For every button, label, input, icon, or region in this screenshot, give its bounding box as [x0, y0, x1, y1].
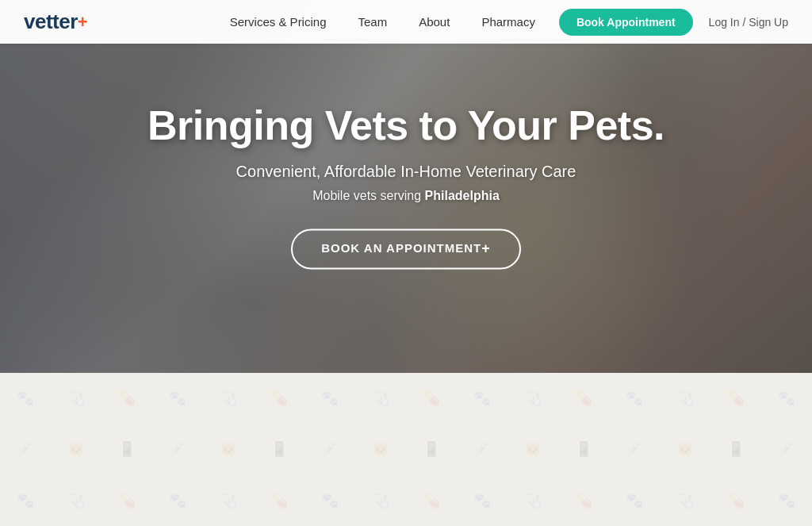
- pattern-icon: 🐾: [169, 390, 186, 407]
- pattern-icon: 🐾: [626, 390, 643, 407]
- pattern-icon: 🩺: [220, 492, 237, 509]
- pattern-icon: 💊: [727, 492, 745, 509]
- pattern-icon: 🐾: [473, 492, 491, 509]
- pattern-icon: 🐾: [321, 390, 339, 407]
- pattern-icon: 🩺: [524, 390, 542, 407]
- nav-link-services[interactable]: Services & Pricing: [230, 15, 327, 29]
- nav-link-about[interactable]: About: [419, 15, 450, 29]
- nav-link-team[interactable]: Team: [358, 15, 387, 29]
- pattern-section: 🐾 🩺 💊 🐾 🩺 💊 🐾 🩺 💊 🐾 🩺 💊 🐾 🩺 💊 🐾 💉 🐱 📱 💉 …: [0, 373, 812, 526]
- pattern-icon: 🐾: [473, 390, 491, 407]
- logo-plus: +: [78, 12, 88, 33]
- pattern-icon: 📱: [423, 440, 440, 458]
- pattern-icon: 💊: [118, 390, 136, 407]
- pattern-icon: 🐾: [169, 492, 186, 509]
- pattern-icon: 🐱: [67, 440, 85, 458]
- pattern-background: 🐾 🩺 💊 🐾 🩺 💊 🐾 🩺 💊 🐾 🩺 💊 🐾 🩺 💊 🐾 💉 🐱 📱 💉 …: [0, 373, 812, 526]
- login-link[interactable]: Log In / Sign Up: [709, 16, 788, 29]
- hero-section: Bringing Vets to Your Pets. Convenient, …: [0, 0, 812, 373]
- pattern-icon: 🩺: [67, 390, 85, 407]
- pattern-icon: 💊: [270, 492, 288, 509]
- pattern-row-2: 💉 🐱 📱 💉 🐱 📱 💉 🐱 📱 💉 🐱 📱 💉 🐱 📱 💉: [0, 424, 812, 474]
- hero-location-city: Philadelphia: [425, 190, 500, 203]
- pattern-icon: 🐱: [676, 440, 694, 458]
- book-appointment-button[interactable]: Book Appointment: [559, 9, 693, 36]
- pattern-row-1: 🐾 🩺 💊 🐾 🩺 💊 🐾 🩺 💊 🐾 🩺 💊 🐾 🩺 💊 🐾: [0, 373, 812, 424]
- logo[interactable]: vetter+: [24, 10, 88, 34]
- pattern-icon: 🐱: [372, 440, 389, 458]
- pattern-icon: 🩺: [524, 492, 542, 509]
- pattern-icon: 🐾: [778, 492, 795, 509]
- nav-link-pharmacy[interactable]: Pharmacy: [481, 15, 535, 29]
- pattern-icon: 💉: [626, 440, 643, 458]
- hero-location-prefix: Mobile vets serving: [312, 190, 424, 203]
- hero-content: Bringing Vets to Your Pets. Convenient, …: [128, 103, 684, 269]
- nav-links: Services & Pricing Team About Pharmacy: [230, 15, 535, 29]
- pattern-icon: 🐾: [626, 492, 643, 509]
- hero-title: Bringing Vets to Your Pets.: [128, 103, 684, 148]
- pattern-icon: 💊: [118, 492, 136, 509]
- pattern-icon: 💉: [321, 440, 339, 458]
- pattern-icon: 📱: [575, 440, 592, 458]
- pattern-icon: 💊: [270, 390, 288, 407]
- pattern-icon: 📱: [727, 440, 745, 458]
- pattern-icon: 💊: [575, 390, 592, 407]
- pattern-icon: 🩺: [676, 390, 694, 407]
- pattern-icon: 🐱: [220, 440, 237, 458]
- pattern-icon: 💊: [423, 390, 440, 407]
- hero-subtitle: Convenient, Affordable In-Home Veterinar…: [128, 163, 684, 182]
- hero-cta-plus: +: [481, 241, 491, 257]
- pattern-icon: 💊: [575, 492, 592, 509]
- pattern-icon: 📱: [118, 440, 136, 458]
- logo-text: vetter: [24, 10, 78, 34]
- pattern-icon: 🐾: [17, 390, 34, 407]
- pattern-icon: 💊: [727, 390, 745, 407]
- pattern-icon: 🐾: [17, 492, 34, 509]
- pattern-icon: 💉: [169, 440, 186, 458]
- pattern-icon: 🐾: [321, 492, 339, 509]
- hero-cta-button[interactable]: BOOK AN APPOINTMENT+: [291, 229, 521, 270]
- hero-location: Mobile vets serving Philadelphia: [128, 190, 684, 204]
- pattern-icon: 🩺: [372, 492, 389, 509]
- pattern-row-3: 🐾 🩺 💊 🐾 🩺 💊 🐾 🩺 💊 🐾 🩺 💊 🐾 🩺 💊 🐾: [0, 475, 812, 526]
- navbar: vetter+ Services & Pricing Team About Ph…: [0, 0, 812, 44]
- pattern-icon: 🩺: [220, 390, 237, 407]
- hero-cta-label: BOOK AN APPOINTMENT: [321, 241, 481, 255]
- pattern-icon: 🩺: [676, 492, 694, 509]
- pattern-icon: 🩺: [372, 390, 389, 407]
- pattern-icon: 📱: [270, 440, 288, 458]
- pattern-icon: 🩺: [67, 492, 85, 509]
- pattern-icon: 🐾: [778, 390, 795, 407]
- pattern-icon: 💊: [423, 492, 440, 509]
- pattern-icon: 💉: [17, 440, 34, 458]
- pattern-icon: 💉: [778, 440, 795, 458]
- pattern-icon: 💉: [473, 440, 491, 458]
- pattern-icon: 🐱: [524, 440, 542, 458]
